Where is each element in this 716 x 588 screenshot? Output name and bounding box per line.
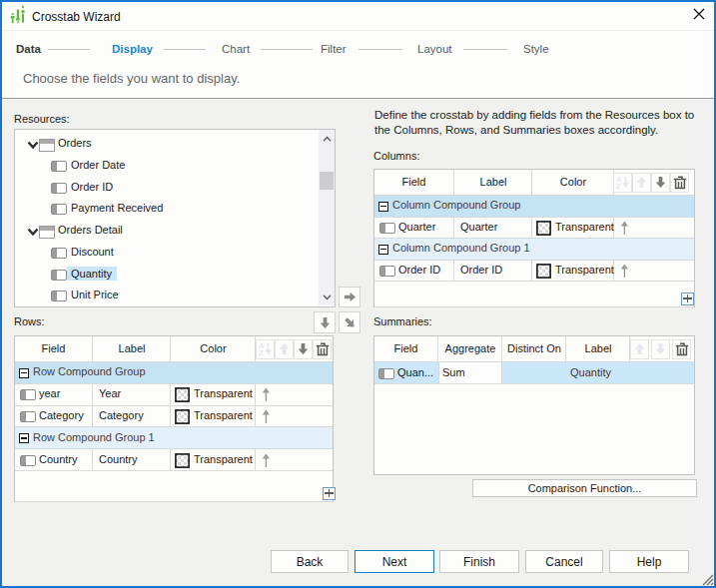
svg-text:Z: Z <box>259 348 264 356</box>
svg-text:Z: Z <box>616 182 621 190</box>
